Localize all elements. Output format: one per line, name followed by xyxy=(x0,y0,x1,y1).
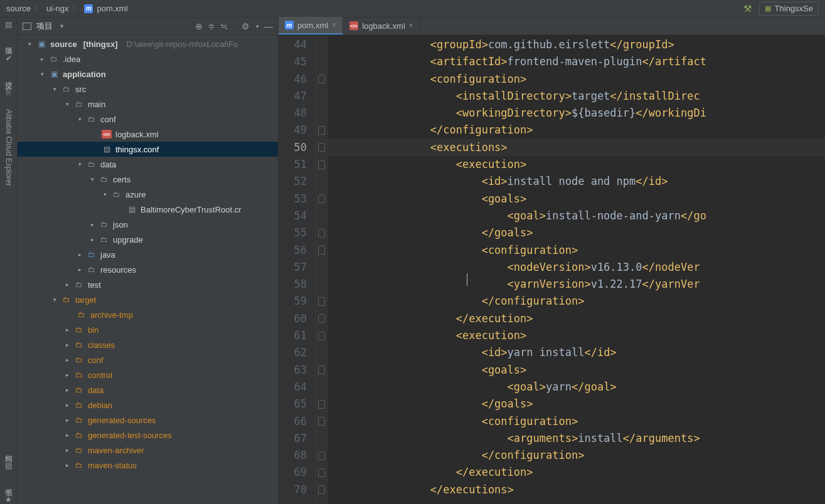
code-line[interactable]: <goal>install-node-and-yarn</go xyxy=(327,207,825,224)
line-number[interactable]: 47 xyxy=(279,88,307,105)
line-number[interactable]: 66 xyxy=(279,413,307,430)
line-number[interactable]: 63 xyxy=(279,362,307,379)
tree-folder-java[interactable]: ▸ 🗀 java xyxy=(18,247,278,262)
close-tab-icon[interactable]: × xyxy=(409,21,413,30)
line-number[interactable]: 59 xyxy=(279,293,307,310)
code-line[interactable]: <artifactId>frontend-maven-plugin</artif… xyxy=(327,53,825,70)
fold-toggle-icon[interactable] xyxy=(318,310,326,327)
code-line[interactable]: </configuration> xyxy=(327,122,825,139)
fold-toggle-icon[interactable] xyxy=(318,122,326,139)
tree-folder-data[interactable]: ▾ 🗀 data xyxy=(18,157,278,172)
tree-folder-resources[interactable]: ▸ 🗀 resources xyxy=(18,262,278,277)
tab-logback-xml[interactable]: </> logback.xml × xyxy=(343,17,420,34)
line-number[interactable]: 70 xyxy=(279,481,307,498)
code-line[interactable]: </execution> xyxy=(327,464,825,481)
commit-strip-label[interactable]: 提交 xyxy=(3,71,14,79)
line-number[interactable]: 49 xyxy=(279,122,307,139)
line-number[interactable]: 45 xyxy=(279,53,307,70)
code-viewport[interactable]: 4445464748495051525354555657585960616263… xyxy=(279,35,825,504)
code-line[interactable]: <execution> xyxy=(327,156,825,173)
code-line[interactable]: <workingDirectory>${basedir}</workingDi xyxy=(327,105,825,122)
line-number[interactable]: 51 xyxy=(279,156,307,173)
expand-arrow-icon[interactable]: ▾ xyxy=(64,101,70,107)
code-line[interactable]: </goals> xyxy=(327,396,825,412)
code-line[interactable]: <installDirectory>target</installDirec xyxy=(327,88,825,105)
tree-folder-bin[interactable]: ▸ 🗀 bin xyxy=(18,322,278,337)
fold-toggle-icon[interactable] xyxy=(318,71,326,88)
line-number[interactable]: 68 xyxy=(279,447,307,464)
alicloud-strip-label[interactable]: Alibaba Cloud Explorer xyxy=(4,105,13,190)
tree-folder-conf-target[interactable]: ▸ 🗀 conf xyxy=(18,352,278,367)
tree-file-baltimore[interactable]: ▤ BaltimoreCyberTrustRoot.cr xyxy=(18,202,278,217)
alicloud-strip-icon[interactable]: ⎘ xyxy=(6,88,11,97)
expand-arrow-icon[interactable]: ▸ xyxy=(77,266,83,273)
tree-folder-control[interactable]: ▸ 🗀 control xyxy=(18,367,278,382)
code-line[interactable]: <configuration> xyxy=(327,71,825,88)
line-number[interactable]: 50 xyxy=(279,139,307,156)
breadcrumb-file[interactable]: pom.xml xyxy=(97,4,127,13)
expand-arrow-icon[interactable]: ▸ xyxy=(64,372,70,378)
code-line[interactable]: <execution> xyxy=(327,327,825,344)
select-opened-file-icon[interactable]: ⊕ xyxy=(195,21,203,31)
fold-toggle-icon[interactable] xyxy=(318,242,326,259)
line-number[interactable]: 62 xyxy=(279,344,307,361)
line-number[interactable]: 57 xyxy=(279,259,307,276)
fold-toggle-icon[interactable] xyxy=(318,362,326,379)
expand-arrow-icon[interactable]: ▾ xyxy=(77,161,83,167)
project-strip-label[interactable]: 项目 xyxy=(3,38,14,45)
expand-arrow-icon[interactable]: ▸ xyxy=(64,432,70,438)
line-number[interactable]: 65 xyxy=(279,396,307,412)
code-line[interactable]: </goals> xyxy=(327,224,825,241)
tree-root[interactable]: ▾ ▣ source [thingsx] D:\alee\git-repos-m… xyxy=(18,36,278,51)
line-number[interactable]: 64 xyxy=(279,379,307,396)
code-line[interactable]: <goals> xyxy=(327,191,825,207)
run-configuration-dropdown[interactable]: ▦ ThingsxSe xyxy=(759,2,819,16)
tree-folder-generated-sources[interactable]: ▸ 🗀 generated-sources xyxy=(18,412,278,428)
expand-arrow-icon[interactable]: ▾ xyxy=(89,176,95,182)
structure-strip-label[interactable]: 结构 xyxy=(3,445,14,453)
code-line[interactable]: <goals> xyxy=(327,362,825,379)
tree-folder-upgrade[interactable]: ▸ 🗀 upgrade xyxy=(18,232,278,247)
expand-arrow-icon[interactable]: ▾ xyxy=(51,86,58,92)
line-number[interactable]: 67 xyxy=(279,430,307,447)
tree-folder-certs[interactable]: ▾ 🗀 certs xyxy=(18,172,278,187)
line-number[interactable]: 52 xyxy=(279,173,307,190)
tab-pom-xml[interactable]: m pom.xml × xyxy=(279,17,343,34)
collapse-all-icon[interactable]: ≒ xyxy=(220,21,228,31)
tree-file-logback[interactable]: </> logback.xml xyxy=(18,127,278,142)
expand-arrow-icon[interactable]: ▸ xyxy=(89,221,95,228)
tree-folder-classes[interactable]: ▸ 🗀 classes xyxy=(18,337,278,352)
code-line[interactable]: <configuration> xyxy=(327,413,825,430)
expand-arrow-icon[interactable]: ▸ xyxy=(64,462,70,468)
line-number[interactable]: 53 xyxy=(279,191,307,207)
fold-toggle-icon[interactable] xyxy=(318,481,326,498)
tree-folder-generated-test-sources[interactable]: ▸ 🗀 generated-test-sources xyxy=(18,428,278,443)
expand-arrow-icon[interactable]: ▸ xyxy=(64,357,70,363)
expand-arrow-icon[interactable]: ▸ xyxy=(64,342,70,348)
bookmarks-strip-icon[interactable]: ★ xyxy=(5,495,12,504)
expand-arrow-icon[interactable]: ▸ xyxy=(89,236,95,243)
code-line[interactable]: <yarnVersion>v1.22.17</yarnVer xyxy=(327,276,825,293)
code-line[interactable]: </executions> xyxy=(327,481,825,498)
line-number[interactable]: 60 xyxy=(279,310,307,327)
project-panel-title[interactable]: 项目 xyxy=(36,21,53,32)
expand-arrow-icon[interactable]: ▸ xyxy=(64,417,70,423)
expand-arrow-icon[interactable]: ▾ xyxy=(77,116,83,122)
fold-toggle-icon[interactable] xyxy=(318,224,326,241)
expand-arrow-icon[interactable]: ▾ xyxy=(51,297,58,303)
code-line[interactable]: <executions> xyxy=(327,139,825,156)
expand-arrow-icon[interactable]: ▸ xyxy=(64,327,70,333)
tree-folder-maven-status[interactable]: ▸ 🗀 maven-status xyxy=(18,458,278,473)
fold-toggle-icon[interactable] xyxy=(318,413,326,430)
tree-folder-debian[interactable]: ▸ 🗀 debian xyxy=(18,397,278,412)
line-number-gutter[interactable]: 4445464748495051525354555657585960616263… xyxy=(279,35,316,504)
tree-folder-target[interactable]: ▾ 🗀 target xyxy=(18,292,278,307)
code-line[interactable]: <goal>yarn</goal> xyxy=(327,379,825,396)
fold-toggle-icon[interactable] xyxy=(318,139,326,156)
code-content[interactable]: <groupId>com.github.eirslett</groupId> <… xyxy=(327,35,825,504)
line-number[interactable]: 48 xyxy=(279,105,307,122)
tree-folder-azure[interactable]: ▾ 🗀 azure xyxy=(18,187,278,202)
project-strip-icon[interactable]: ▤ xyxy=(5,20,12,29)
expand-arrow-icon[interactable]: ▸ xyxy=(64,281,70,288)
code-line[interactable]: <id>install node and npm</id> xyxy=(327,173,825,190)
